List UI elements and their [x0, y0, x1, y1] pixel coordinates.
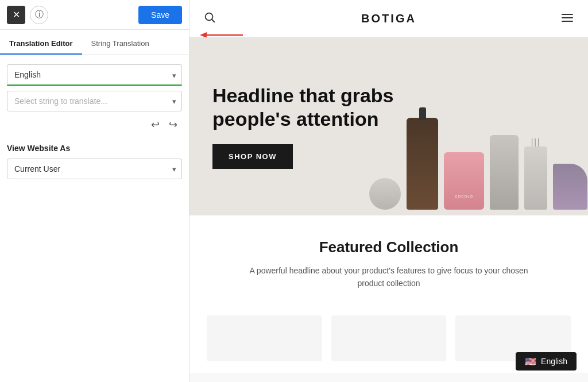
product-lavender [553, 164, 587, 210]
english-language-badge[interactable]: 🇺🇸 English [516, 352, 577, 371]
hero-text: Headline that grabs people's attention S… [212, 84, 396, 169]
left-panel: ✕ ⓘ Save Translation Editor String Trans… [0, 0, 189, 382]
hero-headline: Headline that grabs people's attention [212, 84, 396, 131]
tab-translation-editor[interactable]: Translation Editor [0, 33, 82, 55]
hero-products [369, 37, 588, 215]
hamburger-menu-button[interactable] [558, 9, 577, 29]
search-button[interactable] [201, 9, 218, 29]
view-website-as-label: View Website As [7, 144, 182, 153]
tabs-bar: Translation Editor String Translation [0, 30, 189, 55]
tab-string-translation[interactable]: String Translation [82, 33, 158, 55]
string-select-wrapper: Select string to translate... [7, 91, 182, 111]
redo-button[interactable]: ↪ [167, 117, 180, 132]
flag-icon: 🇺🇸 [525, 357, 536, 365]
featured-section: Featured Collection A powerful headline … [189, 215, 588, 315]
info-icon: ⓘ [35, 9, 44, 20]
brand-name: BOTIGA [361, 12, 416, 25]
undo-button[interactable]: ↩ [149, 117, 162, 132]
search-icon [203, 11, 216, 24]
svg-point-0 [206, 13, 213, 20]
current-user-select[interactable]: Current User Guest Admin [7, 159, 182, 179]
info-button[interactable]: ⓘ [30, 6, 48, 24]
shop-now-button[interactable]: SHOP NOW [212, 144, 293, 169]
undo-redo-bar: ↩ ↪ [7, 117, 182, 132]
right-panel: BOTIGA Headline that grabs people's atte… [189, 0, 588, 382]
english-badge-label: English [541, 357, 567, 366]
close-icon: ✕ [13, 9, 20, 20]
svg-line-1 [212, 20, 214, 22]
language-select-wrapper: English French Spanish German [7, 64, 182, 86]
panel-content: English French Spanish German Select str… [0, 55, 189, 382]
product-card-1 [207, 315, 322, 361]
product-bottle [407, 118, 438, 210]
string-select[interactable]: Select string to translate... [7, 91, 182, 111]
product-card-2 [331, 315, 447, 361]
save-button[interactable]: Save [138, 6, 182, 24]
product-diffuser [524, 146, 547, 210]
product-tall-silver [490, 135, 519, 210]
current-user-select-wrapper: Current User Guest Admin [7, 159, 182, 179]
hamburger-icon [560, 11, 574, 25]
close-button[interactable]: ✕ [7, 6, 25, 24]
product-jar-small [369, 178, 401, 210]
language-select[interactable]: English French Spanish German [7, 64, 182, 86]
product-jar-pink [444, 152, 484, 210]
hero-section: Headline that grabs people's attention S… [189, 37, 588, 215]
top-bar: ✕ ⓘ Save [0, 0, 189, 30]
preview-header: BOTIGA [189, 0, 588, 37]
featured-subtitle: A powerful headline about your product's… [245, 264, 532, 290]
featured-title: Featured Collection [207, 238, 571, 256]
